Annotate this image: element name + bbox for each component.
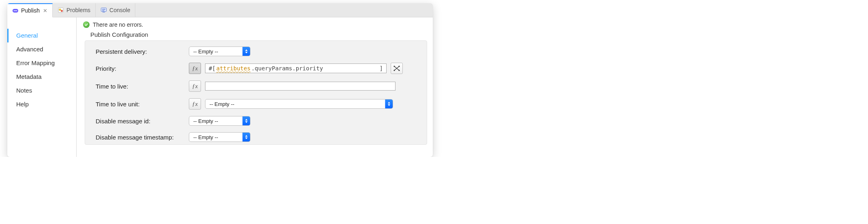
- priority-expression-input[interactable]: #[ attributes .queryParams.priority ]: [205, 63, 387, 73]
- sidebar-item-label: Error Mapping: [16, 59, 55, 66]
- ttl-unit-select[interactable]: -- Empty --: [205, 99, 393, 109]
- svg-point-2: [15, 10, 16, 11]
- tab-label: Console: [109, 7, 130, 13]
- publish-icon: [12, 7, 19, 14]
- expr-token: attributes: [216, 65, 250, 72]
- chevron-updown-icon: [242, 133, 250, 142]
- sidebar-item-label: Metadata: [16, 73, 42, 80]
- tab-strip: Publish ✕ Problems Console: [7, 3, 433, 17]
- field-label: Disable message timestamp:: [96, 134, 189, 141]
- sidebar: General Advanced Error Mapping Metadata …: [7, 17, 77, 157]
- select-value: -- Empty --: [193, 118, 218, 124]
- svg-rect-8: [103, 12, 105, 13]
- tab-problems[interactable]: Problems: [53, 3, 96, 17]
- row-disable-message-id: Disable message id: -- Empty --: [96, 116, 421, 126]
- select-value: -- Empty --: [193, 49, 218, 55]
- svg-point-3: [16, 10, 17, 11]
- select-value: -- Empty --: [210, 101, 234, 107]
- fx-icon: ƒx: [192, 101, 198, 108]
- row-persistent-delivery: Persistent delivery: -- Empty --: [96, 46, 421, 56]
- data-mapper-button[interactable]: [391, 63, 403, 74]
- row-priority: Priority: ƒx #[ attributes .queryParams.…: [96, 63, 421, 74]
- svg-point-5: [59, 9, 61, 11]
- fx-toggle-button[interactable]: ƒx: [189, 63, 201, 74]
- sidebar-item-general[interactable]: General: [7, 29, 76, 42]
- properties-panel: Publish ✕ Problems Console General Advan…: [7, 3, 433, 157]
- sidebar-item-help[interactable]: Help: [7, 97, 76, 111]
- fx-icon: ƒx: [192, 83, 198, 90]
- field-label: Priority:: [96, 65, 189, 72]
- form-panel: Persistent delivery: -- Empty -- Priorit…: [85, 40, 427, 145]
- tab-console[interactable]: Console: [96, 3, 135, 17]
- disable-message-id-select[interactable]: -- Empty --: [189, 116, 250, 126]
- fx-toggle-button[interactable]: ƒx: [189, 80, 201, 92]
- sidebar-item-label: Advanced: [16, 46, 43, 53]
- field-label: Time to live unit:: [96, 101, 189, 108]
- section-title: Publish Configuration: [90, 31, 433, 38]
- field-label: Time to live:: [96, 83, 189, 90]
- sidebar-item-notes[interactable]: Notes: [7, 84, 76, 97]
- sidebar-item-advanced[interactable]: Advanced: [7, 42, 76, 56]
- svg-point-6: [61, 10, 62, 12]
- chevron-updown-icon: [385, 99, 393, 108]
- close-icon[interactable]: ✕: [43, 8, 47, 14]
- status-text: There are no errors.: [93, 21, 143, 28]
- expr-open: #[: [209, 65, 216, 72]
- content-area: There are no errors. Publish Configurati…: [77, 17, 433, 157]
- mapper-icon: [393, 65, 400, 72]
- row-disable-message-timestamp: Disable message timestamp: -- Empty --: [96, 132, 421, 142]
- tab-publish[interactable]: Publish ✕: [7, 3, 53, 17]
- fx-toggle-button[interactable]: ƒx: [189, 98, 201, 110]
- chevron-updown-icon: [242, 116, 250, 125]
- disable-message-timestamp-select[interactable]: -- Empty --: [189, 132, 250, 142]
- tab-label: Problems: [66, 7, 90, 13]
- ttl-input[interactable]: [205, 82, 396, 91]
- expr-close: ]: [380, 65, 383, 72]
- chevron-updown-icon: [242, 47, 250, 56]
- sidebar-item-label: General: [16, 32, 38, 39]
- status-row: There are no errors.: [83, 21, 433, 28]
- svg-point-1: [14, 10, 15, 11]
- select-value: -- Empty --: [193, 134, 218, 140]
- row-ttl-unit: Time to live unit: ƒx -- Empty --: [96, 98, 421, 110]
- persistent-delivery-select[interactable]: -- Empty --: [189, 46, 250, 56]
- sidebar-item-error-mapping[interactable]: Error Mapping: [7, 56, 76, 70]
- expr-rest: .queryParams.priority: [251, 65, 323, 72]
- console-icon: [100, 7, 107, 13]
- problems-icon: [58, 7, 64, 13]
- tab-label: Publish: [21, 7, 40, 14]
- sidebar-item-metadata[interactable]: Metadata: [7, 70, 76, 84]
- row-ttl: Time to live: ƒx: [96, 80, 421, 92]
- sidebar-item-label: Help: [16, 101, 29, 108]
- fx-icon: ƒx: [192, 65, 198, 72]
- check-circle-icon: [83, 21, 90, 28]
- field-label: Disable message id:: [96, 118, 189, 125]
- sidebar-item-label: Notes: [16, 87, 32, 94]
- field-label: Persistent delivery:: [96, 48, 189, 55]
